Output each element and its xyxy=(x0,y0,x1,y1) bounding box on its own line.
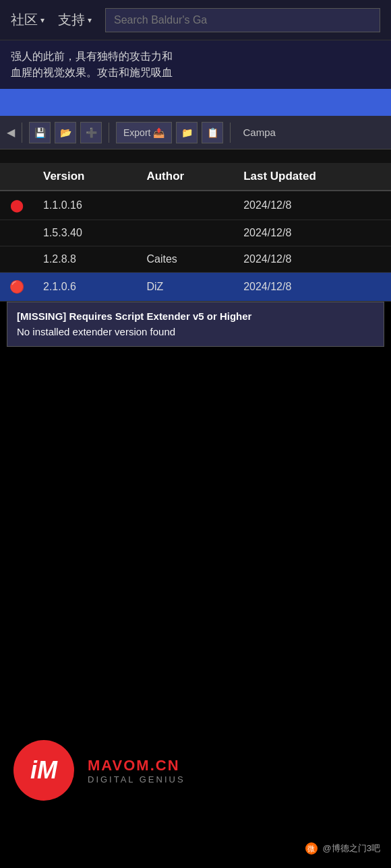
row-status xyxy=(0,220,34,246)
top-spacer xyxy=(0,149,391,163)
brand-name: MAVOM.CN xyxy=(88,757,185,774)
folder-button[interactable]: 📁 xyxy=(176,122,198,143)
row-version: 1.1.0.16 xyxy=(34,191,137,220)
community-nav[interactable]: 社区 ▾ xyxy=(11,11,44,29)
toolbar: ◀ 💾 📂 ➕ Export 📤 📁 📋 Campa xyxy=(0,116,391,149)
add-button[interactable]: ➕ xyxy=(80,122,102,143)
row-last-updated: 2024/12/8 xyxy=(234,273,391,302)
error-line1: [MISSING] Requires Script Extender v5 or… xyxy=(17,309,374,325)
row-author: DiZ xyxy=(137,273,234,302)
table-row[interactable]: ⬤ 1.1.0.16 2024/12/8 xyxy=(0,191,391,220)
weibo-icon: 微 xyxy=(305,842,318,855)
warning-icon: 🔴 xyxy=(9,280,24,294)
status-header xyxy=(0,163,34,191)
branding: iM MAVOM.CN DIGITAL GENIUS xyxy=(13,740,185,801)
support-nav[interactable]: 支持 ▾ xyxy=(58,11,92,29)
load-button[interactable]: 📂 xyxy=(55,122,76,143)
toolbar-separator-3 xyxy=(230,123,231,143)
error-popup: [MISSING] Requires Script Extender v5 or… xyxy=(7,302,384,347)
row-version: 2.1.0.6 xyxy=(34,273,137,302)
save-button[interactable]: 💾 xyxy=(29,122,51,143)
search-input[interactable] xyxy=(105,8,380,32)
toolbar-separator-1 xyxy=(22,123,22,143)
row-version: 1.2.8.8 xyxy=(34,246,137,273)
row-last-updated: 2024/12/8 xyxy=(234,220,391,246)
row-last-updated: 2024/12/8 xyxy=(234,191,391,220)
description-text: 强人的此前，具有独特的攻击力和血腥的视觉效果。攻击和施咒吸血 xyxy=(11,51,173,78)
last-updated-header: Last Updated xyxy=(234,163,391,191)
arrow-left-icon[interactable]: ◀ xyxy=(7,126,15,139)
support-label: 支持 xyxy=(58,11,85,29)
row-version: 1.5.3.40 xyxy=(34,220,137,246)
brand-subtitle: DIGITAL GENIUS xyxy=(88,774,185,784)
row-status: ⬤ xyxy=(0,191,34,220)
table-header-row: Version Author Last Updated xyxy=(0,163,391,191)
toolbar-separator-2 xyxy=(109,123,109,143)
row-last-updated: 2024/12/8 xyxy=(234,246,391,273)
campaign-label: Campa xyxy=(243,127,275,138)
row-author xyxy=(137,220,234,246)
top-navigation: 社区 ▾ 支持 ▾ xyxy=(0,0,391,40)
export-icon: 📤 xyxy=(153,127,164,138)
table-row[interactable]: 1.2.8.8 Caites 2024/12/8 xyxy=(0,246,391,273)
community-label: 社区 xyxy=(11,11,38,29)
bottom-area xyxy=(0,347,391,683)
row-author xyxy=(137,191,234,220)
row-author: Caites xyxy=(137,246,234,273)
error-line2: No installed extender version found xyxy=(17,325,374,340)
export-label: Export xyxy=(123,127,150,138)
brand-text-block: MAVOM.CN DIGITAL GENIUS xyxy=(88,757,185,784)
author-header: Author xyxy=(137,163,234,191)
community-chevron-icon: ▾ xyxy=(40,15,44,25)
mod-table: Version Author Last Updated ⬤ 1.1.0.16 2… xyxy=(0,163,391,302)
error-icon: ⬤ xyxy=(10,199,24,212)
support-chevron-icon: ▾ xyxy=(88,15,92,25)
row-status: 🔴 xyxy=(0,273,34,302)
table-row[interactable]: 🔴 2.1.0.6 DiZ 2024/12/8 xyxy=(0,273,391,302)
highlight-bar xyxy=(0,89,391,116)
export-button[interactable]: Export 📤 xyxy=(116,122,172,143)
social-handle: 微 @博德之门3吧 xyxy=(305,842,380,855)
brand-logo: iM xyxy=(13,740,74,801)
social-handle-text: @博德之门3吧 xyxy=(323,843,380,853)
table-row[interactable]: 1.5.3.40 2024/12/8 xyxy=(0,220,391,246)
config-button[interactable]: 📋 xyxy=(202,122,223,143)
version-header: Version xyxy=(34,163,137,191)
description-area: 强人的此前，具有独特的攻击力和血腥的视觉效果。攻击和施咒吸血 xyxy=(0,40,391,89)
row-status xyxy=(0,246,34,273)
